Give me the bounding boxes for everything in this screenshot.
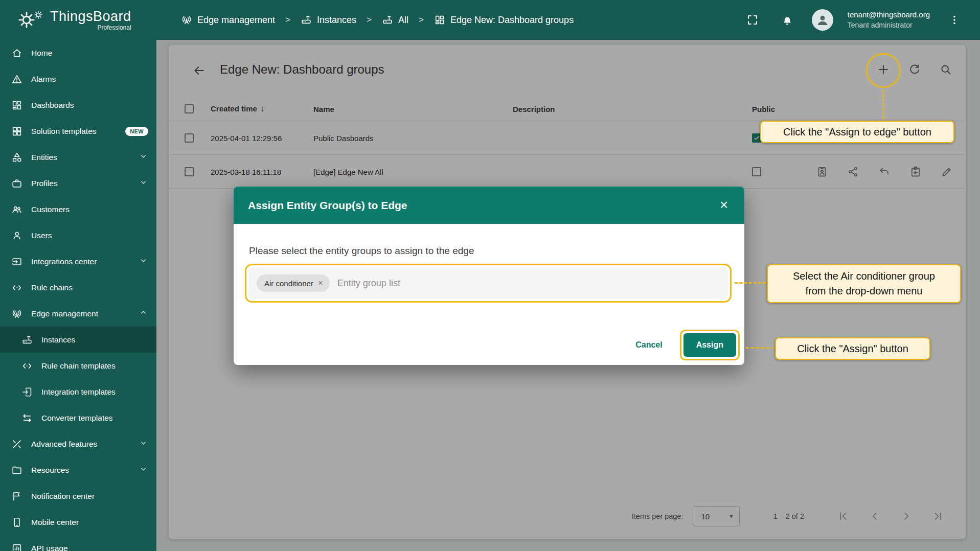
chart-icon bbox=[11, 543, 22, 551]
annotation-line: from the drop-down menu bbox=[805, 284, 922, 299]
sidebar-item-converter-templates[interactable]: Converter templates bbox=[0, 405, 156, 431]
sidebar-item-resources[interactable]: Resources bbox=[0, 457, 156, 483]
sidebar-item-label: Dashboards bbox=[31, 101, 74, 110]
people-icon bbox=[11, 204, 22, 215]
breadcrumb-edge-management[interactable]: Edge management bbox=[181, 14, 275, 26]
folder-icon bbox=[11, 465, 22, 476]
chevron-down-icon bbox=[139, 151, 148, 163]
air-conditioner-chip: Air conditioner × bbox=[257, 274, 330, 292]
code-icon bbox=[21, 360, 33, 372]
warning-icon bbox=[11, 74, 22, 85]
sidebar-item-label: Rule chain templates bbox=[41, 361, 116, 371]
new-badge: NEW bbox=[125, 127, 148, 136]
sidebar-item-solution-templates[interactable]: Solution templatesNEW bbox=[0, 118, 156, 144]
user-role: Tenant administrator bbox=[848, 20, 930, 30]
annotation-assign: Click the "Assign" button bbox=[775, 337, 930, 360]
sidebar-item-label: Resources bbox=[31, 466, 69, 475]
sidebar-item-entities[interactable]: Entities bbox=[0, 144, 156, 170]
antenna-icon bbox=[181, 14, 192, 26]
category-icon bbox=[11, 152, 22, 163]
assign-button[interactable]: Assign bbox=[683, 333, 736, 357]
entity-group-field-highlight: Air conditioner × Entity group list bbox=[245, 264, 732, 303]
flag-icon bbox=[11, 491, 22, 502]
sidebar-item-mobile-center[interactable]: Mobile center bbox=[0, 509, 156, 535]
breadcrumb-separator: > bbox=[367, 15, 372, 25]
sidebar-item-label: Integration templates bbox=[41, 387, 116, 397]
dashboard-icon bbox=[11, 100, 22, 111]
sidebar-item-label: API usage bbox=[31, 544, 68, 551]
breadcrumb-separator: > bbox=[285, 15, 290, 25]
breadcrumb-separator: > bbox=[419, 15, 424, 25]
exit-to-app-icon bbox=[21, 386, 33, 398]
kebab-icon bbox=[948, 14, 961, 26]
tools-icon bbox=[11, 439, 22, 450]
breadcrumb-instances[interactable]: Instances bbox=[301, 14, 356, 26]
app-logo[interactable]: ThingsBoard Professional bbox=[0, 9, 156, 31]
entity-group-list-input[interactable]: Air conditioner × Entity group list bbox=[248, 267, 728, 299]
annotation-connector bbox=[882, 90, 884, 120]
router-icon bbox=[382, 14, 393, 26]
annotation-select-group: Select the Air conditioner group from th… bbox=[767, 264, 961, 303]
dialog-header: Assign Entity Group(s) to Edge × bbox=[234, 187, 744, 224]
person-icon bbox=[11, 230, 22, 241]
close-icon[interactable]: × bbox=[718, 196, 730, 214]
fullscreen-button[interactable] bbox=[742, 10, 763, 30]
router-icon bbox=[21, 334, 33, 346]
chevron-down-icon bbox=[139, 177, 148, 189]
sidebar-item-label: Customers bbox=[31, 205, 70, 214]
annotation-connector bbox=[735, 282, 766, 284]
sidebar-item-label: Alarms bbox=[31, 75, 56, 84]
code-icon bbox=[11, 282, 22, 293]
breadcrumb-all[interactable]: All bbox=[382, 14, 408, 26]
sidebar-item-label: Integrations center bbox=[31, 257, 97, 266]
sidebar-item-label: Rule chains bbox=[31, 283, 73, 292]
chip-remove-icon[interactable]: × bbox=[318, 278, 323, 288]
sidebar-item-alarms[interactable]: Alarms bbox=[0, 66, 156, 92]
dialog-title: Assign Entity Group(s) to Edge bbox=[248, 199, 718, 212]
assign-button-highlight: Assign bbox=[680, 330, 740, 360]
chevron-down-icon bbox=[139, 256, 148, 267]
avatar[interactable] bbox=[812, 9, 833, 31]
sidebar: Home Alarms Dashboards Solution template… bbox=[0, 40, 156, 551]
sidebar-item-label: Home bbox=[31, 49, 52, 58]
sidebar-item-label: Notification center bbox=[31, 492, 95, 501]
sidebar-item-advanced-features[interactable]: Advanced features bbox=[0, 431, 156, 457]
user-email: tenant@thingsboard.org bbox=[848, 10, 930, 20]
sidebar-item-notification-center[interactable]: Notification center bbox=[0, 483, 156, 509]
sidebar-item-api-usage[interactable]: API usage bbox=[0, 535, 156, 551]
sidebar-item-label: Users bbox=[31, 231, 52, 240]
sidebar-item-integration-templates[interactable]: Integration templates bbox=[0, 379, 156, 405]
breadcrumb-label: All bbox=[398, 15, 408, 26]
breadcrumb-label: Edge New: Dashboard groups bbox=[450, 15, 574, 26]
sidebar-item-customers[interactable]: Customers bbox=[0, 196, 156, 222]
sidebar-item-dashboards[interactable]: Dashboards bbox=[0, 92, 156, 118]
dialog-prompt: Please select the entity groups to assig… bbox=[249, 245, 474, 257]
swap-icon bbox=[21, 412, 33, 424]
sidebar-item-rule-chain-templates[interactable]: Rule chain templates bbox=[0, 353, 156, 379]
router-icon bbox=[301, 14, 312, 26]
grid-icon bbox=[11, 126, 22, 137]
sidebar-item-label: Instances bbox=[41, 335, 75, 345]
sidebar-item-label: Solution templates bbox=[31, 127, 97, 136]
logo-gear-icon bbox=[17, 11, 36, 29]
notifications-button[interactable] bbox=[777, 10, 797, 30]
brand-name: ThingsBoard bbox=[50, 9, 131, 24]
breadcrumb: Edge management > Instances > All > Edge… bbox=[181, 14, 574, 26]
sidebar-item-profiles[interactable]: Profiles bbox=[0, 170, 156, 196]
sidebar-item-edge-management[interactable]: Edge management bbox=[0, 301, 156, 327]
briefcase-icon bbox=[11, 178, 22, 189]
sidebar-item-users[interactable]: Users bbox=[0, 222, 156, 248]
annotation-circle-add-button bbox=[866, 53, 901, 88]
sidebar-item-label: Profiles bbox=[31, 179, 58, 188]
user-info: tenant@thingsboard.org Tenant administra… bbox=[848, 10, 930, 30]
breadcrumb-dashboard-groups[interactable]: Edge New: Dashboard groups bbox=[434, 14, 574, 26]
sidebar-item-integrations-center[interactable]: Integrations center bbox=[0, 248, 156, 274]
sidebar-item-rule-chains[interactable]: Rule chains bbox=[0, 274, 156, 301]
more-menu-button[interactable] bbox=[944, 10, 965, 30]
sidebar-item-instances[interactable]: Instances bbox=[0, 327, 156, 353]
dialog-footer: Cancel Assign bbox=[631, 330, 740, 360]
sidebar-item-home[interactable]: Home bbox=[0, 40, 156, 66]
chevron-down-icon bbox=[139, 438, 148, 450]
person-icon bbox=[815, 12, 830, 28]
cancel-button[interactable]: Cancel bbox=[631, 335, 666, 355]
